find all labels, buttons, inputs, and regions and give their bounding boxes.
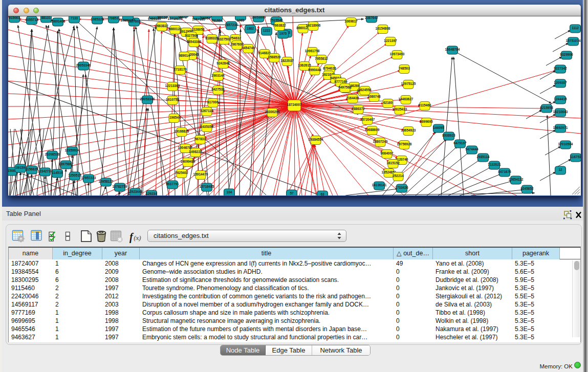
svg-text:19166825: 19166825 bbox=[175, 129, 189, 133]
svg-text:129234: 129234 bbox=[146, 192, 157, 195]
svg-text:1222: 1222 bbox=[263, 29, 271, 32]
svg-text:29053346: 29053346 bbox=[140, 97, 155, 101]
svg-text:10961758: 10961758 bbox=[305, 49, 320, 53]
svg-text:12975125: 12975125 bbox=[401, 82, 416, 85]
svg-text:19756928: 19756928 bbox=[397, 142, 412, 146]
svg-text:19654: 19654 bbox=[169, 116, 179, 119]
svg-text:70853: 70853 bbox=[109, 16, 118, 20]
svg-text:6794028: 6794028 bbox=[323, 67, 336, 70]
svg-text:817006: 817006 bbox=[207, 100, 219, 104]
svg-text:9115460: 9115460 bbox=[419, 103, 431, 107]
svg-text:989014: 989014 bbox=[179, 54, 190, 57]
svg-text:18724007: 18724007 bbox=[287, 103, 302, 106]
svg-text:5972: 5972 bbox=[180, 16, 187, 19]
svg-text:9084007: 9084007 bbox=[380, 151, 394, 155]
svg-text:16053809: 16053809 bbox=[251, 16, 266, 19]
svg-text:10853267: 10853267 bbox=[121, 18, 136, 22]
svg-text:9329906: 9329906 bbox=[560, 53, 573, 56]
svg-text:16053: 16053 bbox=[201, 16, 210, 20]
svg-text:567833: 567833 bbox=[194, 137, 206, 141]
svg-text:16210643: 16210643 bbox=[553, 110, 568, 114]
svg-text:15720407: 15720407 bbox=[360, 118, 375, 121]
svg-text:9146821: 9146821 bbox=[258, 51, 271, 55]
svg-text:88131: 88131 bbox=[41, 16, 51, 19]
svg-text:9474444: 9474444 bbox=[465, 147, 478, 151]
svg-text:8990448: 8990448 bbox=[308, 68, 321, 72]
svg-text:7133: 7133 bbox=[71, 16, 78, 20]
svg-text:13654923: 13654923 bbox=[401, 128, 416, 132]
svg-text:1615152: 1615152 bbox=[386, 161, 400, 165]
svg-text:751554: 751554 bbox=[211, 19, 223, 23]
svg-text:2967608: 2967608 bbox=[230, 42, 244, 46]
svg-text:1244415: 1244415 bbox=[554, 97, 567, 101]
svg-text:9327509: 9327509 bbox=[185, 34, 198, 37]
svg-text:114519: 114519 bbox=[52, 171, 63, 174]
svg-text:57: 57 bbox=[290, 191, 294, 195]
svg-text:6479197: 6479197 bbox=[453, 141, 467, 145]
svg-text:2387642: 2387642 bbox=[365, 16, 378, 19]
svg-text:10688609: 10688609 bbox=[365, 128, 380, 132]
svg-text:7515546: 7515546 bbox=[270, 18, 283, 22]
svg-text:754632: 754632 bbox=[230, 36, 241, 40]
svg-text:8938923: 8938923 bbox=[442, 134, 455, 137]
svg-text:19384554: 19384554 bbox=[309, 138, 323, 141]
svg-text:88130: 88130 bbox=[158, 16, 167, 19]
svg-text:3624554: 3624554 bbox=[358, 88, 372, 92]
svg-text:1065: 1065 bbox=[237, 18, 245, 22]
svg-text:7857234: 7857234 bbox=[225, 23, 238, 27]
svg-text:104: 104 bbox=[227, 190, 232, 194]
svg-text:915061: 915061 bbox=[9, 16, 20, 19]
svg-text:12342737: 12342737 bbox=[38, 169, 53, 173]
svg-text:12359924: 12359924 bbox=[65, 148, 80, 152]
svg-text:2164436: 2164436 bbox=[346, 96, 359, 100]
svg-text:1250515: 1250515 bbox=[68, 173, 81, 177]
svg-text:7886372: 7886372 bbox=[352, 107, 365, 111]
svg-text:3267110: 3267110 bbox=[201, 109, 213, 113]
svg-text:18807249: 18807249 bbox=[373, 140, 388, 143]
svg-text:10046786: 10046786 bbox=[178, 146, 193, 149]
svg-text:4055712: 4055712 bbox=[25, 18, 38, 21]
svg-text:1156829: 1156829 bbox=[26, 167, 38, 171]
svg-text:16648784: 16648784 bbox=[445, 48, 460, 51]
svg-text:19218906: 19218906 bbox=[306, 24, 321, 27]
svg-text:1362615: 1362615 bbox=[298, 63, 311, 67]
svg-text:1112: 1112 bbox=[572, 26, 579, 30]
svg-text:9637791: 9637791 bbox=[166, 182, 179, 186]
svg-text:10654112: 10654112 bbox=[509, 178, 524, 181]
svg-text:144095: 144095 bbox=[433, 126, 444, 129]
svg-text:3454749: 3454749 bbox=[242, 46, 255, 50]
svg-text:39159: 39159 bbox=[16, 166, 25, 169]
svg-text:15751074: 15751074 bbox=[566, 39, 581, 42]
svg-text:14136141: 14136141 bbox=[372, 183, 387, 187]
svg-text:12: 12 bbox=[558, 168, 562, 171]
svg-text:2226058: 2226058 bbox=[191, 28, 205, 31]
svg-text:16543382: 16543382 bbox=[187, 40, 202, 43]
svg-text:12923448: 12923448 bbox=[128, 190, 143, 193]
svg-text:17957223: 17957223 bbox=[81, 176, 96, 180]
svg-text:1209387: 1209387 bbox=[554, 81, 567, 84]
svg-text:20206538: 20206538 bbox=[45, 152, 60, 156]
svg-text:13975867: 13975867 bbox=[59, 162, 74, 166]
svg-text:2903144: 2903144 bbox=[211, 74, 225, 77]
svg-text:15716485: 15716485 bbox=[200, 185, 214, 188]
svg-text:252214: 252214 bbox=[393, 174, 404, 178]
svg-text:1733426: 1733426 bbox=[395, 186, 408, 189]
svg-text:10958127: 10958127 bbox=[99, 180, 114, 183]
svg-text:28300293: 28300293 bbox=[265, 110, 280, 114]
svg-text:7625402: 7625402 bbox=[175, 171, 188, 174]
svg-text:14463627: 14463627 bbox=[399, 97, 413, 101]
svg-text:116753: 116753 bbox=[570, 155, 581, 159]
svg-text:2935114: 2935114 bbox=[477, 155, 490, 159]
svg-text:9242848: 9242848 bbox=[216, 61, 230, 65]
svg-text:9327501: 9327501 bbox=[217, 37, 231, 41]
svg-text:8215958: 8215958 bbox=[540, 106, 553, 110]
svg-text:7955812: 7955812 bbox=[315, 57, 328, 60]
svg-text:1862: 1862 bbox=[247, 27, 254, 30]
svg-text:12213369: 12213369 bbox=[165, 84, 180, 87]
svg-text:1080748: 1080748 bbox=[367, 95, 381, 98]
svg-text:8699695: 8699695 bbox=[420, 120, 433, 123]
svg-text:1588520: 1588520 bbox=[268, 55, 281, 59]
svg-text:20891406: 20891406 bbox=[51, 19, 66, 23]
svg-text:2718170: 2718170 bbox=[173, 68, 187, 71]
svg-text:1610755: 1610755 bbox=[166, 98, 179, 101]
